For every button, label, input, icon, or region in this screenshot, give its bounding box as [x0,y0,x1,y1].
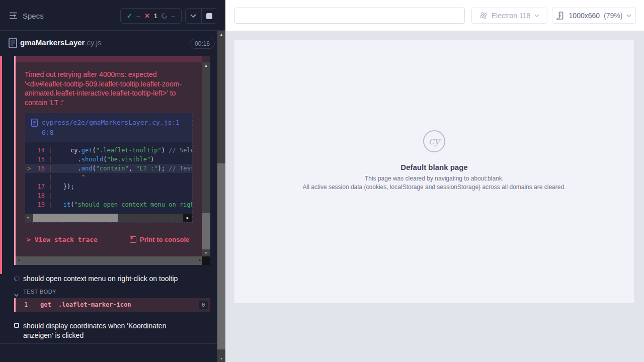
code-line: 17| }); [25,182,192,191]
passed-count: -- [136,13,140,20]
test-title: should display coordinates when 'Koordin… [23,321,190,340]
ruler-icon [556,12,565,20]
scroll-up-icon[interactable]: ▲ [202,63,210,68]
chevron-down-icon [534,14,539,17]
error-panel-vscrollbar[interactable]: ▲ ▼ [202,62,210,256]
command-row[interactable]: 1 get .leaflet-marker-icon 0 [14,298,210,312]
code-frame-body: 14| cy.get(".leaflet-tooltip") // Sele 1… [25,142,192,214]
error-actions: > View stack trace Print to console [16,236,197,248]
stop-button[interactable] [201,9,217,23]
passed-icon: ✓ [127,12,132,20]
aut-iframe: cy Default blank page This page was clea… [234,40,634,303]
scroll-right-icon[interactable]: ▸ [199,257,201,262]
spec-name-main: gmaMarkersLayer [20,38,85,47]
error-panel-vscroll-thumb[interactable] [202,213,210,249]
scroll-left-icon[interactable]: ◂ [27,215,29,220]
code-line: 14| cy.get(".leaflet-tooltip") // Sele [25,146,192,155]
code-line: | ^ [25,173,192,182]
scroll-down-icon[interactable]: ▼ [217,357,225,360]
blank-page-message-2: All active session data (cookies, localS… [234,184,634,191]
print-to-console-button[interactable]: Print to console [130,236,189,243]
cypress-logo: cy [423,130,445,152]
command-count-badge: 0 [199,301,208,309]
scroll-left-icon[interactable]: ◂ [18,257,20,262]
command-method: get [40,301,51,308]
expand-specs-icon[interactable] [9,12,18,19]
reporter-header: Specs ✓ -- ✕ 1 -- [0,0,225,31]
scroll-right-icon[interactable]: ▸ [183,214,192,222]
scrollbar-corner [202,256,210,265]
error-panel: Timed out retrying after 4000ms: expecte… [14,56,210,265]
aut-background: cy Default blank page This page was clea… [225,31,644,362]
chevron-down-icon [14,290,19,299]
spec-row[interactable]: gmaMarkersLayer.cy.js 00:16 [0,31,225,55]
stop-icon [206,13,212,19]
pending-icon [160,12,169,20]
reporter-vscrollbar[interactable]: ▲ ▼ [217,31,225,362]
code-line: 18| [25,191,192,200]
browser-selector[interactable]: Electron 118 [471,8,547,24]
electron-icon [479,12,488,20]
test-title: should open context menu on right-click … [23,275,178,283]
code-frame-hscroll-thumb[interactable] [33,214,118,222]
test-body-section[interactable]: TEST BODY [0,288,217,297]
spec-duration-badge: 00:16 [190,39,215,49]
command-target: .leaflet-marker-icon [58,301,131,308]
view-stack-trace-button[interactable]: > View stack trace [27,236,98,243]
reporter-vscroll-thumb[interactable] [217,163,225,349]
error-file-link[interactable]: cypress/e2e/gmaMarkersLayer.cy.js:16:8 [25,113,192,142]
collapse-button[interactable] [186,9,201,23]
test-stats: ✓ -- ✕ 1 -- [120,8,182,24]
scroll-down-icon[interactable]: ▼ [202,251,210,255]
file-icon [31,119,38,127]
stack-arrow-icon: > [27,236,31,243]
blank-page-title: Default blank page [234,163,634,171]
console-icon [130,236,136,243]
code-line: >16| .and("contain", "LT :"); // Test [25,164,192,173]
chevron-down-icon [190,14,196,18]
code-line: 15| .should("be.visible") [25,155,192,164]
error-file-path: cypress/e2e/gmaMarkersLayer.cy.js:16:8 [42,118,186,138]
console-label: Print to console [140,236,189,243]
test-body-label: TEST BODY [23,289,56,295]
stack-label: View stack trace [35,236,98,243]
spec-file-icon [9,38,17,50]
spec-name-ext: .cy.js [85,38,101,47]
viewport-size: 1000x660 [569,12,600,20]
viewport-selector[interactable]: 1000x660 (79%) [552,8,636,24]
failed-icon: ✕ [144,12,150,20]
browser-label: Electron 118 [492,12,531,20]
aut-panel: Electron 118 1000x660 (79%) cy Default b… [225,0,644,362]
pending-count: -- [171,13,175,20]
reporter-sidebar: Specs ✓ -- ✕ 1 -- gmaMa [0,0,225,362]
error-message: Timed out retrying after 4000ms: expecte… [25,70,196,107]
chevron-down-icon [626,14,631,17]
spec-name: gmaMarkersLayer.cy.js [20,38,101,47]
run-controls [185,8,217,24]
specs-title: Specs [23,12,44,20]
error-panel-hscrollbar[interactable]: ◂ ▸ [16,256,203,265]
url-input[interactable] [234,8,465,24]
code-line: 19| it("should open context menu on righ [25,200,192,209]
aut-topbar: Electron 118 1000x660 (79%) [225,0,644,31]
error-code-frame: cypress/e2e/gmaMarkersLayer.cy.js:16:8 1… [25,113,193,223]
code-frame-hscrollbar[interactable]: ◂ ▸ [25,214,192,222]
test-item-pending[interactable]: should display coordinates when 'Koordin… [0,321,217,341]
running-spinner-icon [13,275,21,282]
list-divider [0,343,217,344]
scroll-up-icon[interactable]: ▲ [217,33,225,36]
failed-count: 1 [154,12,157,20]
test-item-running[interactable]: should open context menu on right-click … [0,274,217,285]
viewport-zoom: (79%) [604,12,622,20]
blank-page-message-1: This page was cleared by navigating to a… [234,175,634,182]
error-header-strip [16,56,202,62]
failed-attempt-bar [0,56,2,274]
pending-test-icon [14,323,19,328]
command-number: 1 [24,301,28,308]
cypress-runner: Specs ✓ -- ✕ 1 -- gmaMa [0,0,644,362]
